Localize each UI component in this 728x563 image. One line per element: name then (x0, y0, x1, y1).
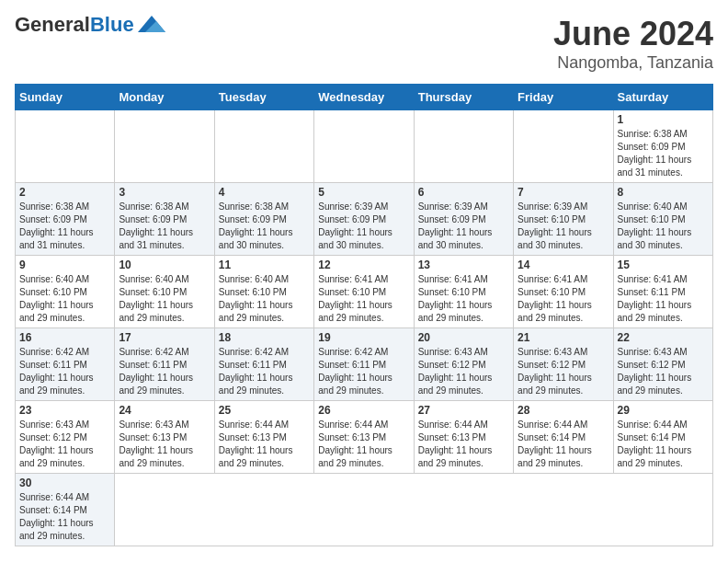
calendar-cell: 5Sunrise: 6:39 AMSunset: 6:09 PMDaylight… (314, 183, 414, 256)
day-number: 21 (518, 331, 609, 344)
calendar-cell: 4Sunrise: 6:38 AMSunset: 6:09 PMDaylight… (214, 183, 313, 256)
calendar-cell: 20Sunrise: 6:43 AMSunset: 6:12 PMDayligh… (414, 328, 513, 401)
day-number: 9 (19, 259, 110, 271)
day-number: 8 (618, 186, 709, 199)
calendar-cell: 28Sunrise: 6:44 AMSunset: 6:14 PMDayligh… (514, 401, 613, 474)
calendar-cell (214, 110, 313, 183)
day-info: Sunrise: 6:41 AMSunset: 6:10 PMDaylight:… (418, 273, 509, 325)
calendar-header-row: Sunday Monday Tuesday Wednesday Thursday… (16, 85, 713, 110)
day-number: 22 (618, 331, 709, 344)
calendar-cell: 22Sunrise: 6:43 AMSunset: 6:12 PMDayligh… (613, 328, 712, 401)
calendar-cell: 23Sunrise: 6:43 AMSunset: 6:12 PMDayligh… (16, 401, 115, 474)
header-friday: Friday (514, 85, 613, 110)
day-number: 18 (219, 331, 310, 344)
day-info: Sunrise: 6:38 AMSunset: 6:09 PMDaylight:… (19, 201, 110, 252)
calendar-row: 2Sunrise: 6:38 AMSunset: 6:09 PMDaylight… (16, 183, 713, 256)
day-number: 16 (19, 331, 110, 344)
day-info: Sunrise: 6:41 AMSunset: 6:10 PMDaylight:… (318, 273, 409, 325)
day-number: 1 (618, 113, 709, 126)
header-sunday: Sunday (16, 85, 115, 110)
day-info: Sunrise: 6:40 AMSunset: 6:10 PMDaylight:… (19, 273, 110, 325)
day-number: 7 (518, 186, 609, 199)
calendar-cell: 3Sunrise: 6:38 AMSunset: 6:09 PMDaylight… (115, 183, 214, 256)
calendar-cell: 1Sunrise: 6:38 AMSunset: 6:09 PMDaylight… (613, 110, 712, 183)
header-tuesday: Tuesday (214, 85, 313, 110)
day-info: Sunrise: 6:40 AMSunset: 6:10 PMDaylight:… (618, 201, 709, 252)
calendar-cell: 10Sunrise: 6:40 AMSunset: 6:10 PMDayligh… (115, 256, 214, 328)
calendar-cell: 29Sunrise: 6:44 AMSunset: 6:14 PMDayligh… (613, 401, 712, 474)
calendar-cell (514, 110, 613, 183)
day-info: Sunrise: 6:38 AMSunset: 6:09 PMDaylight:… (618, 128, 709, 179)
day-info: Sunrise: 6:44 AMSunset: 6:13 PMDaylight:… (219, 419, 310, 470)
calendar-cell: 6Sunrise: 6:39 AMSunset: 6:09 PMDaylight… (414, 183, 513, 256)
logo-general: General (15, 13, 90, 36)
calendar-cell: 13Sunrise: 6:41 AMSunset: 6:10 PMDayligh… (414, 256, 513, 328)
day-info: Sunrise: 6:44 AMSunset: 6:14 PMDaylight:… (19, 491, 110, 543)
day-info: Sunrise: 6:41 AMSunset: 6:11 PMDaylight:… (618, 273, 709, 325)
day-number: 3 (119, 186, 210, 199)
day-number: 17 (119, 331, 210, 344)
logo: GeneralBlue (15, 15, 165, 35)
calendar-cell: 2Sunrise: 6:38 AMSunset: 6:09 PMDaylight… (16, 183, 115, 256)
day-number: 2 (19, 186, 110, 199)
calendar-cell (115, 110, 214, 183)
day-info: Sunrise: 6:44 AMSunset: 6:13 PMDaylight:… (318, 419, 409, 470)
day-info: Sunrise: 6:43 AMSunset: 6:12 PMDaylight:… (19, 419, 110, 470)
day-number: 10 (119, 259, 210, 271)
day-info: Sunrise: 6:38 AMSunset: 6:09 PMDaylight:… (119, 201, 210, 252)
day-info: Sunrise: 6:43 AMSunset: 6:12 PMDaylight:… (418, 346, 509, 397)
day-number: 12 (318, 259, 409, 271)
calendar-cell (314, 110, 414, 183)
day-number: 30 (19, 477, 110, 489)
day-info: Sunrise: 6:44 AMSunset: 6:14 PMDaylight:… (618, 419, 709, 470)
day-info: Sunrise: 6:44 AMSunset: 6:13 PMDaylight:… (418, 419, 509, 470)
calendar-cell: 15Sunrise: 6:41 AMSunset: 6:11 PMDayligh… (613, 256, 712, 328)
day-info: Sunrise: 6:43 AMSunset: 6:12 PMDaylight:… (518, 346, 609, 397)
day-info: Sunrise: 6:41 AMSunset: 6:10 PMDaylight:… (518, 273, 609, 325)
calendar-cell: 27Sunrise: 6:44 AMSunset: 6:13 PMDayligh… (414, 401, 513, 474)
day-number: 28 (518, 404, 609, 417)
calendar-cell: 16Sunrise: 6:42 AMSunset: 6:11 PMDayligh… (16, 328, 115, 401)
day-number: 4 (219, 186, 310, 199)
calendar-cell: 9Sunrise: 6:40 AMSunset: 6:10 PMDaylight… (16, 256, 115, 328)
month-year-title: June 2024 (553, 15, 713, 53)
calendar-cell (414, 110, 513, 183)
location-subtitle: Nangomba, Tanzania (553, 53, 713, 73)
calendar-cell: 21Sunrise: 6:43 AMSunset: 6:12 PMDayligh… (514, 328, 613, 401)
calendar-row: 16Sunrise: 6:42 AMSunset: 6:11 PMDayligh… (16, 328, 713, 401)
day-number: 6 (418, 186, 509, 199)
day-info: Sunrise: 6:42 AMSunset: 6:11 PMDaylight:… (318, 346, 409, 397)
day-info: Sunrise: 6:40 AMSunset: 6:10 PMDaylight:… (119, 273, 210, 325)
day-info: Sunrise: 6:43 AMSunset: 6:12 PMDaylight:… (618, 346, 709, 397)
calendar-cell: 25Sunrise: 6:44 AMSunset: 6:13 PMDayligh… (214, 401, 313, 474)
calendar-cell: 11Sunrise: 6:40 AMSunset: 6:10 PMDayligh… (214, 256, 313, 328)
day-number: 20 (418, 331, 509, 344)
day-info: Sunrise: 6:39 AMSunset: 6:09 PMDaylight:… (318, 201, 409, 252)
logo-text: GeneralBlue (15, 15, 134, 35)
calendar-cell: 18Sunrise: 6:42 AMSunset: 6:11 PMDayligh… (214, 328, 313, 401)
header-thursday: Thursday (414, 85, 513, 110)
calendar-cell (16, 110, 115, 183)
header-monday: Monday (115, 85, 214, 110)
day-number: 13 (418, 259, 509, 271)
day-number: 11 (219, 259, 310, 271)
calendar-table: Sunday Monday Tuesday Wednesday Thursday… (15, 84, 713, 546)
calendar-row: 23Sunrise: 6:43 AMSunset: 6:12 PMDayligh… (16, 401, 713, 474)
calendar-row: 30Sunrise: 6:44 AMSunset: 6:14 PMDayligh… (16, 474, 713, 546)
day-info: Sunrise: 6:39 AMSunset: 6:10 PMDaylight:… (518, 201, 609, 252)
day-info: Sunrise: 6:38 AMSunset: 6:09 PMDaylight:… (219, 201, 310, 252)
calendar-cell: 7Sunrise: 6:39 AMSunset: 6:10 PMDaylight… (514, 183, 613, 256)
calendar-cell: 19Sunrise: 6:42 AMSunset: 6:11 PMDayligh… (314, 328, 414, 401)
day-info: Sunrise: 6:43 AMSunset: 6:13 PMDaylight:… (119, 419, 210, 470)
calendar-cell: 8Sunrise: 6:40 AMSunset: 6:10 PMDaylight… (613, 183, 712, 256)
calendar-cell: 17Sunrise: 6:42 AMSunset: 6:11 PMDayligh… (115, 328, 214, 401)
calendar-cell: 12Sunrise: 6:41 AMSunset: 6:10 PMDayligh… (314, 256, 414, 328)
day-number: 25 (219, 404, 310, 417)
logo-icon (138, 16, 165, 32)
day-info: Sunrise: 6:40 AMSunset: 6:10 PMDaylight:… (219, 273, 310, 325)
calendar-row: 1Sunrise: 6:38 AMSunset: 6:09 PMDaylight… (16, 110, 713, 183)
day-info: Sunrise: 6:42 AMSunset: 6:11 PMDaylight:… (219, 346, 310, 397)
day-number: 26 (318, 404, 409, 417)
header-saturday: Saturday (613, 85, 712, 110)
title-area: June 2024 Nangomba, Tanzania (553, 15, 713, 73)
